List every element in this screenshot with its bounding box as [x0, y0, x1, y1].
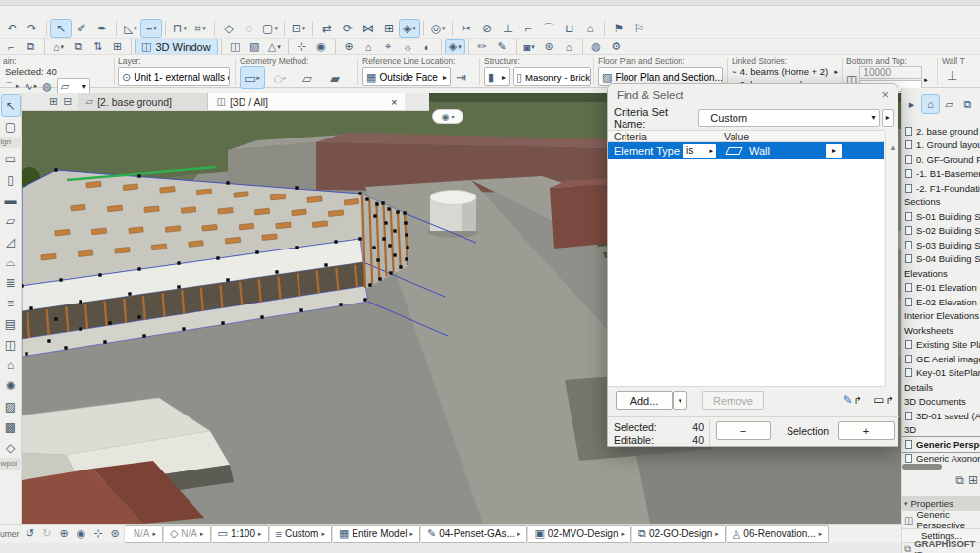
style-icon[interactable]: ◈ — [446, 40, 464, 54]
geometry-curved-icon[interactable]: ◇▸ — [268, 67, 292, 88]
nav-item[interactable]: GE Aerial imagery1 Wor — [902, 352, 980, 366]
nav-back-icon[interactable]: ↺▸ — [22, 525, 38, 543]
guide-lines-icon[interactable]: ◺ — [121, 20, 140, 37]
split-icon[interactable]: ⊘ — [477, 20, 497, 37]
walk-icon[interactable]: ⊹▸ — [89, 525, 106, 543]
column-tool[interactable]: ▯ — [2, 169, 20, 190]
redo-icon[interactable]: ↷ — [23, 20, 42, 37]
lamp-tool[interactable]: ✺ — [2, 375, 20, 396]
quick-options-pill[interactable]: ◉▾ — [432, 109, 463, 124]
tab-base-ground[interactable]: ▱ [2. base ground] — [78, 93, 208, 110]
roof-tool[interactable]: ◿ — [2, 231, 20, 251]
model-view-combo[interactable]: ▣02-MVO-Design▸ — [527, 525, 631, 543]
solid-ops-icon[interactable]: ⌂ — [580, 20, 600, 37]
publish-home-icon[interactable]: ⌂ — [560, 40, 578, 54]
layer-combo[interactable]: ⊙ Unit 1- external walls ▸ — [118, 67, 230, 86]
undo-icon[interactable]: ↶ — [2, 20, 22, 37]
tab-3d-all[interactable]: ◫ [3D / All] × — [208, 93, 405, 110]
explore-icon[interactable]: ⊛▸ — [106, 525, 123, 543]
magic-wand-icon[interactable]: ◌ — [240, 20, 259, 37]
home-view-icon[interactable]: ⌂ — [359, 40, 378, 54]
tab-close-icon[interactable]: × — [391, 96, 397, 108]
add-dropdown-button[interactable]: ▾ — [673, 391, 687, 410]
zoom-preset-combo[interactable]: N/A▸ — [124, 525, 163, 543]
mesh-tool[interactable]: ▩ — [2, 416, 20, 437]
sun-study-icon[interactable]: ☼ — [399, 40, 417, 54]
resize-icon[interactable]: ◎ — [428, 20, 448, 37]
criteria-list-area[interactable] — [608, 159, 884, 387]
nav-item[interactable]: S-01 Building Section (A — [902, 209, 980, 224]
partial-structure-combo[interactable]: ▦Entire Model▸ — [332, 525, 420, 543]
structure-material-combo[interactable]: ▯ Masonry - Brick ... ▸ — [513, 67, 591, 86]
intersect-icon[interactable]: ⌐ — [518, 20, 538, 37]
pick-up-criteria-icon[interactable]: ✎↱ — [844, 393, 862, 407]
object-tool[interactable]: ⌂ — [2, 355, 20, 375]
spline-method-icon[interactable]: ∿▸ — [25, 81, 38, 93]
horizontal-scrollbar[interactable] — [902, 464, 942, 470]
curtain-wall-tool[interactable]: ▤ — [2, 313, 20, 334]
favorites-icon[interactable]: ⌂ — [49, 40, 68, 54]
graphic-override-combo[interactable]: ⧉02-GO-Design▸ — [631, 525, 726, 543]
view-map-icon[interactable]: ▱ — [941, 95, 957, 113]
nav-item[interactable]: 2. base ground — [902, 124, 980, 138]
new-view-icon[interactable]: ⊞ — [968, 473, 978, 487]
capture-icon[interactable]: ⊛ — [540, 40, 559, 54]
nav-item[interactable]: Generic Perspective — [902, 437, 980, 452]
clipboard-icon[interactable]: ⧉ — [22, 40, 40, 54]
nav-item[interactable]: E-01 Elevation (Auto-re — [902, 281, 980, 296]
scroll-up-icon[interactable]: ▲ — [886, 143, 899, 152]
pickup-parameters-icon[interactable]: ✐ — [72, 20, 91, 37]
gravity-icon[interactable]: ◇ — [219, 20, 239, 37]
renovation-combo[interactable]: ◬06-Renovation...▸ — [726, 525, 829, 543]
deselect-button[interactable]: − — [716, 421, 771, 440]
nav-item[interactable]: Elevations — [902, 266, 980, 281]
criteria-set-combo[interactable]: Custom ▾ — [698, 109, 879, 127]
dialog-scrollbar[interactable]: ▲ — [885, 130, 898, 387]
three-d-window-button[interactable]: 3D Window — [136, 39, 217, 54]
flag-icon[interactable]: ⚑ — [609, 20, 628, 37]
adjust-icon[interactable]: ⊥ — [498, 20, 517, 37]
remove-button[interactable]: Remove — [702, 391, 764, 410]
zoom-icon[interactable]: ⊕▸ — [55, 525, 72, 543]
criteria-set-next-button[interactable]: ▸ — [882, 109, 894, 127]
nav-item[interactable]: 1. Ground layout — [902, 138, 980, 153]
shadows-icon[interactable]: ◐ — [418, 40, 437, 54]
nav-item[interactable]: S-04 Building Section (A — [902, 252, 980, 267]
pen-set-combo[interactable]: ✎04-Penset-GAs...▸ — [420, 525, 527, 543]
nav-item[interactable]: Interior Elevations — [902, 309, 980, 324]
close-icon[interactable]: × — [881, 87, 889, 102]
skylight-tool[interactable]: ◫ — [2, 334, 20, 355]
zone-tool[interactable]: ▨ — [2, 396, 20, 416]
magnet-icon[interactable]: ◍ — [42, 81, 52, 93]
look-to-icon[interactable]: ⌖ — [379, 40, 398, 54]
morph-tool[interactable]: ◇ — [2, 437, 20, 458]
check-flag-icon[interactable]: ⚐ — [629, 20, 649, 37]
copy-settings-icon[interactable]: ⧉ — [69, 40, 87, 54]
nav-pin-arrow-icon[interactable]: ▸ — [903, 95, 920, 113]
gear-icon[interactable]: ⚙ — [607, 40, 626, 54]
brush-icon[interactable]: ✏ — [473, 40, 492, 54]
cutaway-icon[interactable]: ◫ — [226, 40, 245, 54]
snap-guides-icon[interactable]: ⌁ — [141, 20, 161, 37]
refline-combo[interactable]: ▦ Outside Face ▸ — [362, 67, 451, 86]
dialog-title-bar[interactable]: Find & Select × — [608, 84, 898, 105]
scale-combo[interactable]: ▭1:100▸ — [211, 525, 269, 543]
layout-book-icon[interactable]: ⧉ — [959, 95, 976, 113]
slab-tool[interactable]: ▱ — [2, 210, 20, 231]
zoom-model-icon[interactable]: ⊕ — [340, 40, 358, 54]
camera-icon[interactable]: ◙ — [520, 40, 539, 54]
stair-tool[interactable]: ≣ — [2, 272, 20, 293]
align-icon[interactable]: ◈ — [400, 20, 419, 37]
paint-icon[interactable]: ✎ — [493, 40, 512, 54]
projection-icon[interactable]: △ — [265, 40, 284, 54]
geometry-straight-icon[interactable]: ▭▸ — [241, 67, 264, 88]
nav-forward-icon[interactable]: ↻▸ — [38, 525, 55, 543]
walk-icon[interactable]: ⊹ — [293, 40, 311, 54]
lock-icon[interactable]: ⊡ — [289, 20, 308, 37]
nav-item[interactable]: Key-01 SitePlan (Indepe — [902, 366, 980, 381]
layer-combination-combo[interactable]: ≡Custom▸ — [269, 525, 332, 543]
select-arrow-icon[interactable]: ↖ — [51, 20, 71, 37]
wall-tool[interactable]: ▭ — [2, 148, 20, 169]
value-dropdown[interactable]: ▸ — [826, 144, 842, 158]
multiply-icon[interactable]: ⊞ — [379, 20, 399, 37]
